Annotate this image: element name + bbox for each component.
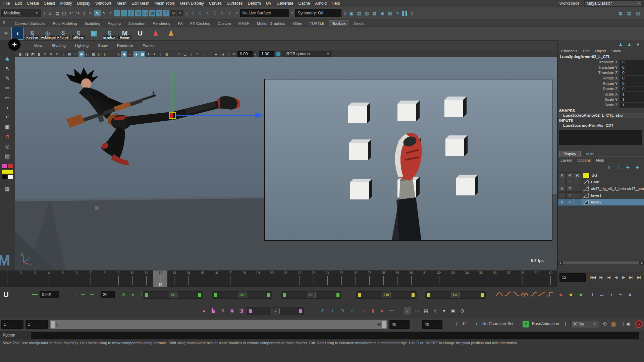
channel-box-menu-channels[interactable]: Channels [561,49,578,53]
snap-curve-icon[interactable]: ☾ [198,10,204,16]
layer-weight-area[interactable] [559,130,642,145]
menu-select[interactable]: Select [44,1,55,6]
menuset-dropdown[interactable]: Modeling ▼ [1,9,41,17]
next-key-icon[interactable]: ↠ [89,291,95,298]
swatch-black[interactable] [2,175,8,179]
timeline-frame-39[interactable]: 39 [530,270,544,287]
shelf-item-cube[interactable]: ▣ [87,27,101,39]
layer-row-layer2[interactable]: VPlayer2 [558,199,644,205]
new-layer-from-selected-icon[interactable]: ✚ [634,164,641,171]
layer-v-toggle[interactable] [558,179,566,185]
image-plane-icon[interactable]: ✎ [42,51,48,57]
anim-end-field[interactable]: 40 [422,320,442,329]
menu-mesh[interactable]: Mesh [117,1,126,6]
step-icon[interactable] [546,291,553,297]
layout-four-pane-icon[interactable]: ▤ [626,10,633,16]
slider-end-left[interactable] [283,293,286,297]
door-icon[interactable]: ◨ [238,307,245,314]
shelf-item-studiolibrary-red[interactable]: ♟ [149,27,162,39]
live-surface-field[interactable]: No Live Surface [240,9,289,17]
resolution-gate-icon[interactable]: ▣ [78,51,85,57]
playback-start-field[interactable]: 1 [25,320,48,329]
animbot-logo[interactable]: U [3,290,9,299]
snap-view-plane-icon[interactable]: ☾ [220,10,226,16]
undo-tool-icon[interactable]: ↶ [4,114,11,121]
gate-mask-icon[interactable]: ▢ [85,51,91,57]
layer-name[interactable]: ak47_rig_v0_4_beta:ak47_geo [591,187,644,191]
shape-item[interactable]: Luna3p:legArmor02_L_CTL_shp [558,113,644,118]
workspace-dropdown[interactable]: Maya Classic* ▼ [584,0,643,7]
select-component-icon[interactable]: ↖ [101,10,107,16]
light-editor-icon[interactable]: ▨ [387,10,393,16]
layer-name[interactable]: layer2 [591,200,601,204]
eraser-tool-icon[interactable]: ▭ [4,95,11,101]
camera-pip-view[interactable] [264,79,552,241]
slider-handle[interactable]: BE [451,292,460,298]
layer-editor-tab-display[interactable]: Display [559,151,581,157]
diamond-icon[interactable]: ◇ [350,307,356,314]
camera-tool-icon[interactable]: ◎ [4,143,11,150]
layer-r-toggle[interactable] [574,186,581,192]
slider-end-right[interactable] [198,293,201,297]
slider-end-left[interactable] [358,293,361,297]
timeline-frame-35[interactable]: 35 [474,270,488,287]
stairs-icon[interactable]: ▙ [210,307,217,314]
safe-title-icon[interactable]: ◫ [103,51,109,57]
timeline-frame-28[interactable]: 28 [376,270,390,287]
menu-edit[interactable]: Edit [15,1,22,6]
timeline-frame-29[interactable]: 29 [390,270,404,287]
slider-end-right[interactable] [481,293,484,297]
mirror-pose-icon[interactable]: ◑ [608,291,614,298]
select-tool-icon[interactable]: ↖ [4,65,11,72]
cube-tool-icon[interactable]: ▣ [450,307,457,314]
open-scene-icon[interactable]: ▤ [54,10,61,16]
shelf-item-graphzx[interactable]: §graphzx [103,27,116,39]
gamma-icon[interactable]: ◐ [253,51,259,57]
render-settings-icon[interactable]: ▦ [371,10,378,16]
symmetry-field[interactable]: Symmetry: Off [295,9,341,17]
range-end-handle[interactable] [382,321,386,328]
slider-end-left[interactable] [145,293,148,297]
timeline-frame-25[interactable]: 25 [334,270,348,287]
add-bookmark-icon[interactable]: ♦+ [462,320,467,326]
frame-counter-icon[interactable]: 1 [589,291,596,298]
step-forward-key-button[interactable]: ▶| [628,273,635,281]
shaded-icon[interactable]: ◆ [121,51,127,57]
anim-slider-sl[interactable]: ····SL···· [281,291,341,299]
panel-menu-shading[interactable]: Shading [52,44,66,48]
timeline-frame-36[interactable]: 36 [488,270,502,287]
layer-hscrollbar[interactable]: ◀ ▶ [558,261,644,265]
channel-box-menu-show[interactable]: Show [611,49,621,53]
delete-key-icon[interactable]: ◆ [557,291,564,298]
timeline-frame-13[interactable]: 13 [167,270,181,287]
snap-projected-center-icon[interactable]: ☾ [212,10,219,16]
timeline-frame-10[interactable]: 10 [125,270,140,287]
channel-value-field[interactable]: 0 [620,86,644,92]
slider-handle[interactable]: SB [238,292,247,298]
greasepencil-icon[interactable]: ✐ [54,51,60,57]
motionblur-icon[interactable]: ◌ [170,51,176,57]
exposure-panel-icon[interactable]: ◲ [219,51,225,57]
menu-surfaces[interactable]: Surfaces [227,1,243,6]
multisample-icon[interactable]: ○ [176,51,182,57]
shelf-item-allkeys[interactable]: §allkeys [72,27,85,39]
layer-name[interactable]: BG [592,173,597,177]
channel-value-field[interactable]: 0 [620,65,644,70]
channel-value-field[interactable]: 0 [620,81,644,86]
layer-r-toggle[interactable]: R [574,172,581,178]
shelf-item-profile[interactable]: ◖ [11,27,23,40]
timeline-frame-22[interactable]: 22 [293,270,307,287]
layer-color-swatch[interactable] [583,173,590,178]
anim-layer-dropdown[interactable]: BaseAnimation [532,321,559,326]
clipboard-tool-icon[interactable]: ▤ [4,153,11,160]
shelf-tab-custom[interactable]: Custom [214,21,234,26]
clamp-tool-icon[interactable]: ⊓ [4,133,11,140]
select-box-icon[interactable]: ▭ [598,291,605,298]
knife-tool-icon[interactable]: ✄ [4,85,11,92]
chevron-down-icon[interactable]: ▼ [109,11,112,15]
menu-windows[interactable]: Windows [95,1,112,6]
lock-selection-icon[interactable]: ⊙ [170,10,176,16]
separator[interactable]: ❯ [411,11,414,15]
bookmark-icon[interactable]: ▮ [36,51,42,57]
layer-p-toggle[interactable]: P [566,179,573,185]
